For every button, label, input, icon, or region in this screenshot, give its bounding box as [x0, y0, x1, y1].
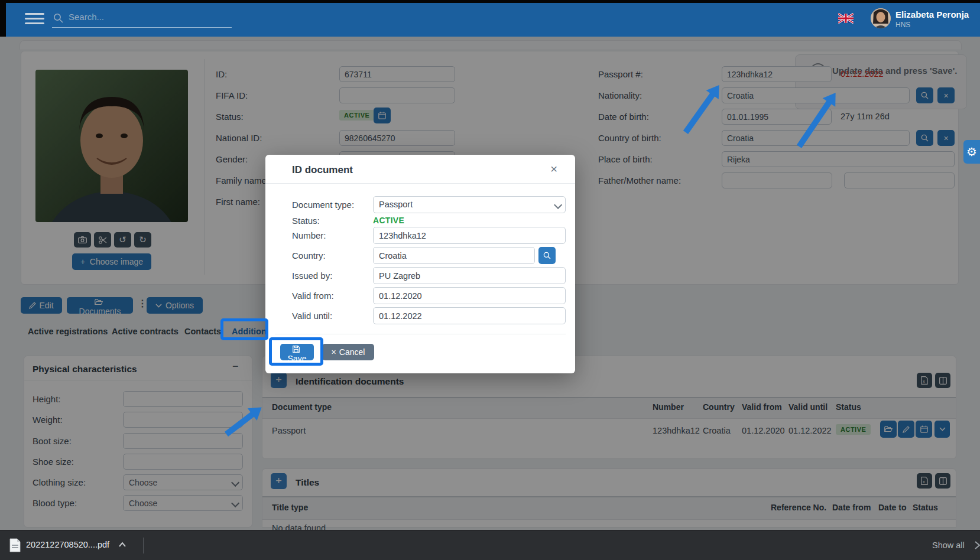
user-organization: HNS: [895, 21, 910, 29]
id-document-modal: ID document × Document type: Passport St…: [265, 155, 575, 373]
window-edge-left: [0, 0, 6, 37]
download-bar-divider: [143, 538, 144, 554]
show-all-chevron-icon[interactable]: [974, 541, 980, 550]
modal-valid-until-field[interactable]: [373, 307, 566, 324]
save-button[interactable]: Save: [280, 344, 314, 360]
modal-title: ID document: [292, 164, 353, 176]
browser-download-bar: 2022122708520....pdf Show all: [0, 530, 980, 560]
menu-hamburger-icon[interactable]: [25, 13, 44, 25]
close-icon[interactable]: ×: [550, 162, 557, 176]
user-name[interactable]: Elizabeta Peronja: [895, 9, 969, 19]
modal-status-value: ACTIVE: [373, 216, 404, 225]
modal-valid-from-label: Valid from:: [292, 291, 334, 301]
modal-issued-by-field[interactable]: [373, 267, 566, 284]
search-input[interactable]: [67, 11, 229, 22]
downloaded-file-name[interactable]: 2022122708520....pdf: [26, 540, 109, 549]
modal-issued-by-label: Issued by:: [292, 271, 332, 281]
modal-status-label: Status:: [292, 216, 320, 226]
cancel-label: Cancel: [339, 347, 365, 357]
chevron-down-icon: [554, 201, 562, 209]
global-search: [52, 9, 232, 28]
search-icon: [53, 13, 63, 23]
settings-gear-icon[interactable]: ⚙: [963, 140, 980, 164]
modal-country-search-icon[interactable]: [538, 247, 556, 264]
modal-number-label: Number:: [292, 230, 326, 240]
modal-doc-type-select[interactable]: Passport: [373, 196, 566, 213]
modal-valid-from-field[interactable]: [373, 287, 566, 304]
top-navigation-bar: Elizabeta Peronja HNS: [0, 0, 980, 37]
download-caret-up-icon[interactable]: [118, 541, 126, 548]
window-edge-top: [0, 0, 980, 3]
show-all-link[interactable]: Show all: [932, 541, 965, 550]
save-label: Save: [288, 354, 307, 363]
app-root: ↺ ↻ + Choose image ID: FIFA ID: Status: …: [0, 0, 980, 560]
modal-valid-until-label: Valid until:: [292, 311, 332, 321]
modal-doc-type-label: Document type:: [292, 200, 354, 210]
pdf-file-icon: [9, 538, 21, 552]
modal-footer-divider: [275, 334, 566, 334]
x-icon: ×: [332, 347, 336, 357]
modal-doc-type-value: Passport: [379, 200, 413, 209]
user-avatar[interactable]: [871, 8, 891, 28]
cancel-button[interactable]: ×Cancel: [322, 344, 374, 360]
language-flag-icon[interactable]: [838, 13, 854, 24]
modal-number-field[interactable]: [373, 227, 566, 244]
modal-country-label: Country:: [292, 250, 326, 261]
modal-country-field[interactable]: [373, 247, 535, 264]
modal-header-divider: [265, 183, 575, 184]
